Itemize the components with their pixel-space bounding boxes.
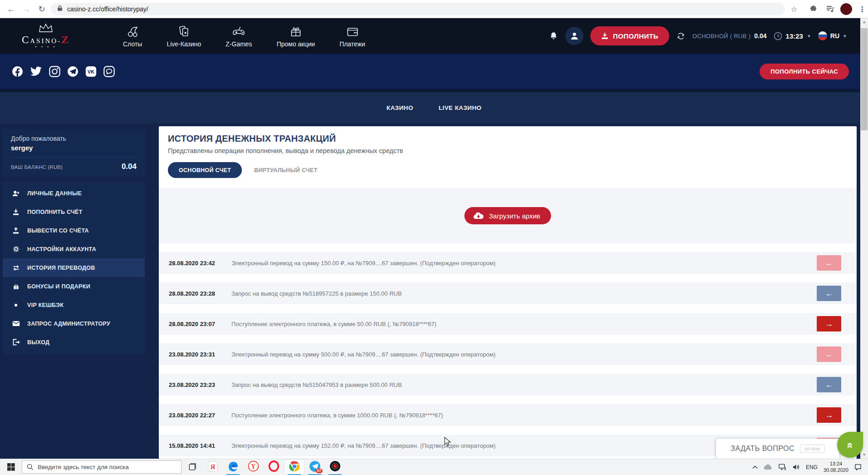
- taskbar-search-input[interactable]: [38, 464, 165, 470]
- keyboard-language[interactable]: ENG: [806, 464, 818, 470]
- balance-value: 0.04: [122, 162, 137, 171]
- topup-button[interactable]: ПОПОЛНИТЬ: [590, 26, 669, 45]
- taskbar-search[interactable]: [22, 460, 181, 474]
- chat-open-button[interactable]: «: [837, 432, 863, 458]
- start-button[interactable]: [0, 459, 22, 475]
- nav-promo[interactable]: Промо акции: [277, 25, 315, 48]
- scroll-up-arrow[interactable]: ▲: [860, 18, 868, 26]
- download-archive-button[interactable]: Загрузить архив: [464, 207, 551, 224]
- address-bar[interactable]: casino-z.cc/office/historypay/: [51, 3, 785, 15]
- browser-forward-button[interactable]: →: [20, 3, 33, 15]
- instagram-icon[interactable]: [49, 66, 60, 77]
- dot-icon: [11, 303, 21, 307]
- facebook-icon[interactable]: [12, 66, 23, 77]
- logo-accent: Z: [61, 34, 70, 45]
- browser-back-button[interactable]: ←: [5, 3, 17, 15]
- page-subtitle: Представлены операции пополнения, вывода…: [168, 147, 857, 154]
- taskbar-app-edge[interactable]: [223, 459, 243, 475]
- notifications-bell-icon[interactable]: [549, 30, 559, 41]
- wallet-icon: [346, 25, 359, 38]
- browser-profile-avatar[interactable]: [840, 3, 852, 15]
- transaction-description: Запрос на вывод средств №515047953 в раз…: [231, 381, 402, 388]
- url-text: casino-z.cc/office/historypay/: [67, 5, 148, 13]
- sidebar-item-deposit[interactable]: ПОПОЛНИТЬ СЧЁТ: [3, 203, 145, 221]
- transaction-row: 23.08.2020 23:23 Запрос на вывод средств…: [159, 374, 857, 396]
- balance-label: ВАШ БАЛАНС (RUB): [11, 164, 63, 170]
- network-icon[interactable]: [779, 464, 786, 470]
- transaction-direction-badge[interactable]: ←: [817, 255, 841, 271]
- tab-virtual-account[interactable]: ВИРТУАЛЬНЫЙ СЧЕТ: [254, 167, 318, 173]
- sidebar-item-account-settings[interactable]: НАСТРОЙКИ АККАУНТА: [3, 240, 145, 258]
- logo-text: Casino: [22, 34, 58, 46]
- casino-logo[interactable]: Casino-Z • • • •: [12, 23, 80, 49]
- taskbar-app-recorder[interactable]: [325, 459, 345, 475]
- volume-icon[interactable]: [792, 464, 800, 470]
- transaction-direction-badge[interactable]: →: [817, 407, 841, 423]
- hidden-icons-chevron[interactable]: [752, 465, 758, 469]
- nav-slots[interactable]: Слоты: [123, 25, 142, 48]
- taskbar-clock[interactable]: 13:24 30.08.2020: [824, 461, 848, 474]
- nav-z-games[interactable]: Z-Games: [226, 25, 252, 48]
- language-selector[interactable]: RU ▼: [818, 31, 847, 40]
- page-scrollbar[interactable]: ▲ ▼: [860, 18, 868, 459]
- telegram-icon[interactable]: [67, 66, 78, 77]
- header-time: 13:23: [786, 32, 803, 40]
- taskbar-app-telegram[interactable]: 07: [304, 459, 325, 475]
- sidebar-item-transfer-history[interactable]: ИСТОРИЯ ПЕРЕВОДОВ: [3, 258, 145, 277]
- scrollbar-thumb[interactable]: [861, 28, 868, 130]
- transaction-datetime: 28.08.2020 23:42: [169, 260, 215, 267]
- yandex-icon: Я: [207, 461, 218, 474]
- user-plus-icon: [11, 190, 21, 197]
- tab-main-account[interactable]: ОСНОВНОЙ СЧЕТ: [168, 162, 242, 178]
- twitter-icon[interactable]: [30, 66, 42, 77]
- onedrive-cloud-icon[interactable]: [764, 464, 773, 470]
- nav-live-casino[interactable]: Live-Казино: [167, 25, 201, 48]
- bookmark-star-icon[interactable]: ☆: [789, 4, 799, 15]
- transaction-datetime: 23.08.2020 23:23: [169, 381, 215, 388]
- ask-question-widget[interactable]: ЗАДАТЬ ВОПРОС on-line: [716, 439, 839, 459]
- taskbar-app-yandex[interactable]: Я: [202, 459, 223, 475]
- taskbar-date: 30.08.2020: [824, 467, 848, 474]
- welcome-card: Добро пожаловать sergey ВАШ БАЛАНС (RUB)…: [3, 129, 145, 177]
- extensions-icon[interactable]: [808, 4, 819, 15]
- balance-row: ВАШ БАЛАНС (RUB) 0.04: [11, 157, 137, 171]
- sidebar-item-admin-request[interactable]: ЗАПРОС АДМИНИСТРАТОРУ: [3, 314, 145, 333]
- time-selector[interactable]: 13:23 ▼: [774, 32, 811, 40]
- vk-icon[interactable]: VK: [85, 66, 97, 77]
- browser-toolbar: ← → ↻ casino-z.cc/office/historypay/ ☆ ⋮: [0, 0, 868, 18]
- sidebar-item-withdraw[interactable]: ВЫВЕСТИ СО СЧЁТА: [3, 221, 145, 240]
- sidebar-item-personal-data[interactable]: ЛИЧНЫЕ ДАННЫЕ: [3, 184, 145, 203]
- subnav-live-casino[interactable]: LIVE КАЗИНО: [439, 104, 482, 111]
- sidebar-item-bonuses[interactable]: БОНУСЫ И ПОДАРКИ: [3, 277, 145, 296]
- browser-menu-icon[interactable]: ⋮: [857, 4, 868, 15]
- transactions-panel: ИСТОРИЯ ДЕНЕЖНЫХ ТРАНЗАКЦИЙ Представлены…: [159, 126, 857, 459]
- user-avatar[interactable]: [565, 27, 584, 45]
- browser-reload-button[interactable]: ↻: [35, 3, 48, 15]
- topup-now-button[interactable]: ПОПОЛНИТЬ СЕЙЧАС: [760, 64, 849, 79]
- clock-icon: [774, 32, 782, 40]
- taskbar-app-ybrowser[interactable]: Y: [243, 459, 264, 475]
- chat-icon[interactable]: [103, 66, 115, 77]
- playlist-icon[interactable]: [825, 4, 836, 15]
- transaction-direction-badge[interactable]: →: [817, 316, 841, 332]
- account-selector[interactable]: ОСНОВНОЙ ( RUB ) 0.04: [692, 32, 767, 40]
- subnav-casino[interactable]: КАЗИНО: [387, 104, 413, 111]
- transaction-direction-badge[interactable]: ←: [817, 346, 841, 362]
- transaction-row: 28.08.2020 23:42 Электронный перевод на …: [159, 252, 857, 274]
- taskbar-app-opera[interactable]: [264, 459, 284, 475]
- action-center-icon[interactable]: [854, 464, 862, 470]
- nav-payments[interactable]: Платежи: [339, 25, 365, 48]
- sidebar-item-logout[interactable]: ВЫХОД: [3, 333, 145, 351]
- transaction-direction-badge[interactable]: ←: [817, 286, 841, 301]
- sidebar-item-vip-cashback[interactable]: VIP КЕШБЭК: [3, 296, 145, 314]
- transaction-direction-badge[interactable]: ←: [817, 377, 841, 392]
- ask-question-label: ЗАДАТЬ ВОПРОС: [731, 445, 794, 453]
- transaction-description: Электронный перевод на сумму 500.00 ₽, н…: [231, 351, 495, 358]
- scroll-down-arrow[interactable]: ▼: [860, 451, 868, 459]
- taskbar-app-chrome[interactable]: [284, 459, 304, 475]
- task-view-button[interactable]: [181, 459, 202, 475]
- app-badge: 07: [316, 469, 323, 473]
- language-code: RU: [830, 32, 839, 40]
- account-type-label: ОСНОВНОЙ ( RUB ): [692, 33, 750, 40]
- refresh-balance-icon[interactable]: [676, 31, 686, 41]
